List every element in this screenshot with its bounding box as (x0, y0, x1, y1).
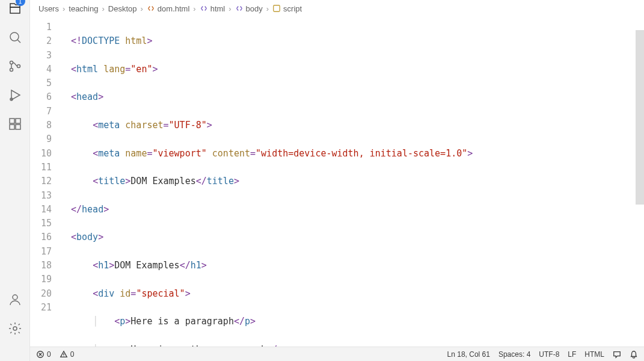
symbol-tag-icon (200, 4, 208, 13)
editor-main: Users › teaching › Desktop › dom.html › … (30, 0, 644, 361)
line-number: 18 (30, 259, 52, 273)
code-line[interactable]: <h1>DOM Examples</h1> (60, 259, 644, 273)
source-control-icon[interactable] (0, 52, 30, 81)
line-number: 16 (30, 230, 52, 244)
code-line[interactable]: │ <p>Here is a paragraph</p> (60, 315, 644, 329)
status-bar: 0 0 Ln 18, Col 61 Spaces: 4 UTF-8 LF HTM… (30, 347, 644, 361)
line-number: 4 (30, 63, 52, 76)
code-line[interactable]: │ <p>Here is another paragraph</p> (60, 343, 644, 347)
breadcrumb-symbol[interactable]: body (235, 4, 263, 13)
chevron-right-icon: › (102, 4, 104, 13)
line-number: 17 (30, 245, 52, 259)
html-file-icon (147, 4, 155, 13)
line-number: 20 (30, 287, 52, 301)
code-line[interactable]: <body> (60, 230, 644, 244)
line-number: 12 (30, 174, 52, 188)
line-number: 2 (30, 34, 52, 48)
line-number: 9 (30, 132, 52, 146)
chevron-right-icon: › (141, 4, 143, 13)
accounts-icon[interactable] (0, 285, 30, 314)
line-number: 8 (30, 119, 52, 132)
editor[interactable]: 1 2 3 4 5 6 7 8 9 10 11 12 13 14 15 16 1… (30, 17, 644, 347)
breadcrumb-file[interactable]: dom.html (147, 4, 189, 13)
line-number: 7 (30, 105, 52, 119)
status-bell-icon[interactable] (630, 350, 638, 359)
line-number: 19 (30, 273, 52, 286)
svg-rect-7 (10, 125, 14, 129)
symbol-script-icon (272, 4, 281, 13)
code-area[interactable]: <!DOCTYPE html> <html lang="en"> <head> … (60, 17, 644, 347)
minimap-scrollbar[interactable] (636, 17, 644, 347)
status-errors[interactable]: 0 (36, 350, 51, 359)
svg-point-10 (13, 327, 17, 330)
status-encoding[interactable]: UTF-8 (539, 350, 559, 359)
code-line[interactable]: <head> (60, 90, 644, 104)
line-number-gutter: 1 2 3 4 5 6 7 8 9 10 11 12 13 14 15 16 1… (30, 17, 60, 347)
status-spaces[interactable]: Spaces: 4 (498, 350, 530, 359)
breadcrumb-segment[interactable]: teaching (69, 4, 98, 13)
status-warnings[interactable]: 0 (60, 350, 75, 359)
status-eol[interactable]: LF (568, 350, 576, 359)
svg-rect-5 (10, 119, 14, 123)
settings-gear-icon[interactable] (0, 314, 30, 343)
line-number: 10 (30, 147, 52, 161)
code-line[interactable]: <meta name="viewport" content="width=dev… (60, 147, 644, 161)
code-line[interactable]: <html lang="en"> (60, 63, 644, 76)
breadcrumb[interactable]: Users › teaching › Desktop › dom.html › … (30, 0, 644, 17)
line-number: 21 (30, 301, 52, 315)
line-number: 13 (30, 189, 52, 203)
chevron-right-icon: › (63, 4, 65, 13)
line-number: 3 (30, 49, 52, 63)
status-language[interactable]: HTML (584, 350, 604, 359)
code-line[interactable]: </head> (60, 203, 644, 217)
svg-point-3 (17, 65, 20, 68)
svg-point-0 (10, 32, 19, 41)
breadcrumb-symbol[interactable]: script (272, 4, 302, 13)
line-number: 15 (30, 217, 52, 230)
status-feedback-icon[interactable] (613, 350, 621, 359)
line-number: 14 (30, 203, 52, 217)
search-icon[interactable] (0, 23, 30, 52)
line-number: 11 (30, 161, 52, 174)
breadcrumb-symbol[interactable]: html (200, 4, 225, 13)
breadcrumb-segment[interactable]: Users (38, 4, 59, 13)
status-ln-col[interactable]: Ln 18, Col 61 (447, 350, 490, 359)
svg-rect-11 (274, 5, 280, 12)
chevron-right-icon: › (266, 4, 269, 13)
explorer-icon[interactable]: 1 (0, 0, 30, 23)
code-line[interactable]: <div id="special"> (60, 287, 644, 301)
run-debug-icon[interactable] (0, 81, 30, 110)
symbol-tag-icon (235, 4, 244, 13)
line-number: 1 (30, 20, 52, 34)
chevron-right-icon: › (193, 4, 195, 13)
minimap-thumb[interactable] (636, 30, 644, 205)
svg-rect-8 (16, 125, 20, 129)
extensions-icon[interactable] (0, 110, 30, 138)
svg-point-2 (10, 69, 13, 72)
svg-point-1 (10, 61, 13, 64)
line-number: 5 (30, 76, 52, 90)
activity-bar: 1 (0, 0, 30, 361)
code-line[interactable]: <title>DOM Examples</title> (60, 174, 644, 188)
svg-point-9 (13, 295, 17, 300)
code-line[interactable]: <!DOCTYPE html> (60, 34, 644, 48)
chevron-right-icon: › (228, 4, 231, 13)
svg-rect-6 (16, 119, 20, 123)
breadcrumb-segment[interactable]: Desktop (108, 4, 137, 13)
app-root: 1 Users (0, 0, 644, 361)
line-number: 6 (30, 90, 52, 104)
code-line[interactable]: <meta charset="UTF-8"> (60, 119, 644, 132)
